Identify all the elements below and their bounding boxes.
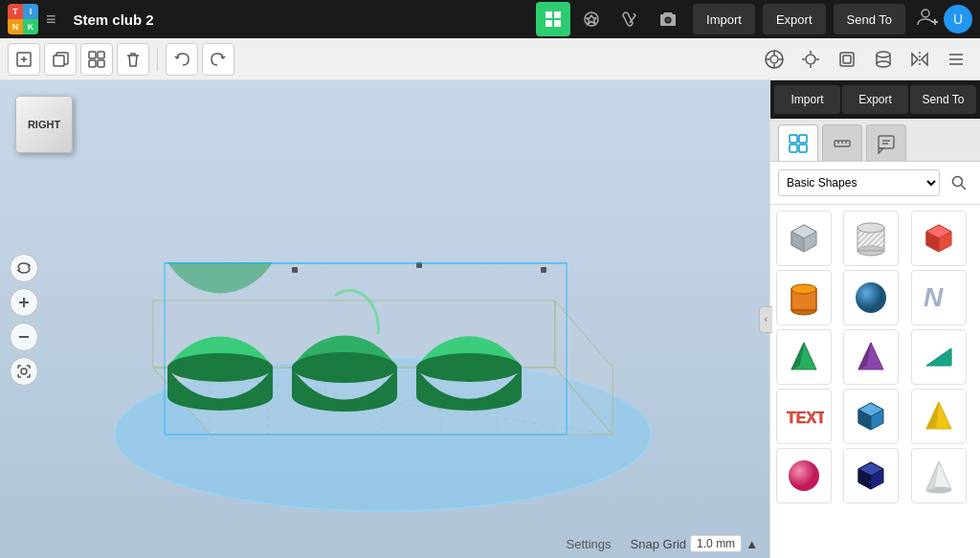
- svg-point-27: [877, 52, 890, 57]
- hamburger-icon[interactable]: ≡: [46, 10, 56, 30]
- mirror-button[interactable]: [903, 43, 936, 76]
- tools-button[interactable]: [612, 2, 647, 36]
- shape-box-navy[interactable]: [843, 448, 899, 503]
- shape-cylinder-orange[interactable]: [776, 270, 832, 325]
- toolbar-separator-1: [157, 48, 158, 71]
- shape-sphere-blue[interactable]: [843, 270, 899, 325]
- svg-rect-9: [54, 56, 64, 66]
- svg-rect-65: [799, 145, 807, 152]
- user-avatar[interactable]: U: [944, 5, 972, 33]
- svg-rect-26: [843, 56, 851, 63]
- send-to-button[interactable]: Send To: [834, 4, 905, 34]
- svg-line-75: [962, 186, 967, 190]
- shape-box-blue[interactable]: [843, 389, 899, 444]
- shapes-grid: N: [770, 205, 980, 558]
- settings-button[interactable]: Settings: [567, 537, 612, 551]
- toolbar2: [0, 38, 980, 80]
- svg-rect-64: [790, 145, 797, 152]
- svg-rect-3: [554, 20, 561, 27]
- grid-view-button[interactable]: [536, 2, 570, 36]
- add-user-icon[interactable]: [917, 6, 940, 33]
- snap-grid-value: 1.0 mm: [690, 535, 742, 552]
- svg-rect-11: [98, 52, 104, 58]
- delete-button[interactable]: [117, 43, 149, 76]
- gallery-button[interactable]: [574, 2, 609, 36]
- shape-box-red[interactable]: [911, 211, 967, 266]
- shape-pyramid-purple[interactable]: [843, 329, 899, 385]
- search-button[interactable]: [946, 169, 972, 196]
- shape-sphere-pink[interactable]: [776, 448, 832, 503]
- svg-point-7: [922, 10, 929, 17]
- svg-point-106: [789, 460, 819, 491]
- shape-box[interactable]: [776, 211, 832, 266]
- snap-grid-label: Snap Grid: [631, 537, 687, 551]
- logo-t: T: [8, 4, 23, 19]
- shape-cylinder-stripe[interactable]: [843, 211, 899, 266]
- export-button[interactable]: Export: [763, 4, 826, 34]
- panel-search-bar: Basic Shapes Featured Letters Math Conne…: [770, 162, 980, 205]
- svg-rect-58: [165, 262, 567, 264]
- panel-import-button[interactable]: Import: [774, 85, 840, 114]
- duplicate-button[interactable]: [44, 43, 77, 76]
- light-button[interactable]: [794, 43, 827, 76]
- tab-shapes[interactable]: [778, 124, 818, 161]
- shape-pyramid-green[interactable]: [776, 329, 832, 385]
- svg-point-52: [167, 353, 273, 382]
- shape-tool-button[interactable]: [831, 43, 863, 76]
- align-button[interactable]: [940, 43, 972, 76]
- panel-export-button[interactable]: Export: [842, 85, 908, 114]
- svg-rect-13: [98, 60, 104, 67]
- rotate-button[interactable]: [10, 254, 38, 282]
- project-title: Stem club 2: [74, 11, 154, 28]
- svg-point-15: [770, 56, 778, 63]
- topbar-nav-icons: [536, 2, 685, 36]
- svg-point-28: [877, 61, 890, 67]
- cylinder-tool-button[interactable]: [867, 43, 900, 76]
- svg-marker-32: [912, 54, 918, 65]
- cube-label: RIGHT: [28, 119, 60, 130]
- logo-i: I: [23, 4, 38, 19]
- svg-rect-70: [879, 136, 894, 148]
- svg-point-91: [856, 282, 886, 313]
- shape-text-3d[interactable]: N: [911, 270, 967, 325]
- panel-tabs: [770, 119, 980, 162]
- group-button[interactable]: [80, 43, 113, 76]
- shape-cone-white[interactable]: [911, 448, 967, 503]
- undo-button[interactable]: [166, 43, 198, 76]
- zoom-out-button[interactable]: [10, 323, 38, 351]
- shape-wedge-teal[interactable]: [911, 329, 967, 385]
- svg-rect-63: [799, 135, 807, 143]
- svg-rect-25: [840, 53, 854, 66]
- camera-view-button[interactable]: [758, 43, 791, 76]
- svg-point-83: [858, 223, 884, 233]
- viewport[interactable]: RIGHT: [0, 80, 769, 558]
- camera-button[interactable]: [651, 2, 685, 36]
- shape-pyramid-yellow[interactable]: [911, 389, 967, 444]
- svg-rect-57: [541, 267, 546, 273]
- redo-button[interactable]: [202, 43, 234, 76]
- zoom-in-button[interactable]: [10, 288, 38, 317]
- panel-send-to-button[interactable]: Send To: [910, 85, 976, 114]
- tab-ruler[interactable]: [822, 124, 862, 161]
- shape-text-label[interactable]: TEXT TEXT: [776, 389, 832, 444]
- tinkercad-logo[interactable]: T I N K: [8, 4, 38, 34]
- tab-notes[interactable]: [866, 124, 906, 161]
- import-button[interactable]: Import: [693, 4, 755, 34]
- svg-rect-1: [554, 11, 561, 18]
- svg-rect-55: [292, 267, 298, 273]
- svg-marker-71: [879, 148, 883, 153]
- svg-marker-33: [922, 54, 927, 65]
- shape-category-select[interactable]: Basic Shapes Featured Letters Math Conne…: [778, 169, 940, 196]
- fit-view-button[interactable]: [10, 357, 38, 386]
- right-panel: ‹ Import Export Send To: [769, 80, 980, 558]
- svg-text:TEXT: TEXT: [787, 410, 824, 426]
- svg-marker-98: [926, 348, 951, 366]
- panel-topbar: Import Export Send To: [770, 80, 980, 119]
- new-button[interactable]: [8, 43, 40, 76]
- main-area: RIGHT: [0, 80, 980, 558]
- panel-collapse-arrow[interactable]: ‹: [759, 306, 772, 333]
- snap-grid-control[interactable]: Snap Grid 1.0 mm ▲: [631, 535, 758, 552]
- snap-arrow-icon: ▲: [746, 537, 758, 551]
- logo-k: K: [23, 19, 38, 34]
- bottombar: Settings Snap Grid 1.0 mm ▲: [555, 529, 769, 558]
